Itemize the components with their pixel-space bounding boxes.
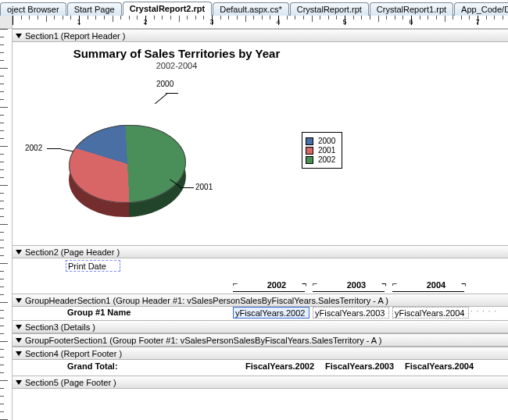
section-body-group-header[interactable]: Group #1 Name yFiscalYears.2002 yFiscalY… <box>13 307 508 320</box>
col-header-2002[interactable]: 2002 <box>261 279 292 291</box>
tab-crystalreport2[interactable]: CrystalReport2.rpt <box>123 2 213 16</box>
collapse-icon[interactable] <box>16 380 22 385</box>
pie-chart[interactable] <box>69 86 202 219</box>
section-label: Section5 (Page Footer ) <box>25 378 116 387</box>
ruler-horizontal[interactable]: 1234567 <box>13 16 508 28</box>
legend-swatch-2000 <box>306 137 313 145</box>
tab-crystalreport1[interactable]: CrystalReport1.rpt <box>370 2 453 16</box>
section-bar-details[interactable]: Section3 (Details ) <box>13 320 508 333</box>
crop-mark: ⌐ <box>233 279 238 288</box>
section-bar-report-footer[interactable]: Section4 (Report Footer ) <box>13 347 508 360</box>
tab-crystalreport[interactable]: CrystalReport.rpt <box>290 2 369 16</box>
tab-object-browser[interactable]: oject Browser <box>0 2 66 16</box>
section-label: Section3 (Details ) <box>25 322 95 332</box>
crop-mark: ¬ <box>381 279 386 288</box>
field-grand-total-label[interactable]: Grand Total: <box>66 361 175 372</box>
collapse-icon[interactable] <box>16 250 22 254</box>
field-fy-2003[interactable]: yFiscalYears.2003 <box>313 307 389 319</box>
field-print-date[interactable]: Print Date <box>66 260 120 272</box>
canvas[interactable]: Section1 (Report Header ) Summary of Sal… <box>13 29 508 420</box>
section-body-report-footer[interactable]: Grand Total: FiscalYears.2002 FiscalYear… <box>13 360 508 376</box>
section-bar-page-footer[interactable]: Section5 (Page Footer ) <box>13 376 508 389</box>
collapse-icon[interactable] <box>16 338 22 343</box>
field-fy-2004[interactable]: yFiscalYears.2004 <box>392 307 469 319</box>
editor-tab-bar: oject Browser Start Page CrystalReport2.… <box>0 0 508 16</box>
crop-mark: ⌐ <box>392 279 397 288</box>
section-body-page-header[interactable]: Print Date ⌐ ¬ ⌐ ¬ ⌐ ¬ 2002 2003 2004 <box>13 258 508 294</box>
tab-default-aspx-cs[interactable]: Default.aspx.cs* <box>213 2 288 16</box>
collapse-icon[interactable] <box>16 325 22 329</box>
section-body-page-footer[interactable]: ¸ je Number ¸ <box>13 389 508 420</box>
crop-mark: ¬ <box>302 279 306 288</box>
crop-mark: ⌐ <box>313 279 317 288</box>
chart-legend: 2000 2001 2002 <box>302 132 342 169</box>
tab-dataset1[interactable]: App_Code/DataSet1.xsd <box>454 2 508 16</box>
section-label: GroupFooterSection1 (Group Footer #1: vS… <box>25 336 381 345</box>
chart-subtitle: 2002-2004 <box>44 61 309 70</box>
col-header-2004[interactable]: 2004 <box>420 279 452 291</box>
legend-swatch-2001 <box>306 147 313 155</box>
ruler-row: 1234567 <box>0 16 508 29</box>
section-bar-group-footer[interactable]: GroupFooterSection1 (Group Footer #1: vS… <box>13 333 508 347</box>
section-label: Section1 (Report Header ) <box>25 31 125 41</box>
field-gt-2003[interactable]: FiscalYears.2003 <box>324 361 400 372</box>
section-label: Section4 (Report Footer ) <box>25 349 122 358</box>
field-fy-2002[interactable]: yFiscalYears.2002 <box>233 307 309 319</box>
design-surface: Section1 (Report Header ) Summary of Sal… <box>0 29 508 420</box>
section-bar-report-header[interactable]: Section1 (Report Header ) <box>13 29 508 42</box>
legend-swatch-2002 <box>306 156 313 164</box>
collapse-icon[interactable] <box>16 351 22 356</box>
collapse-icon[interactable] <box>16 298 22 303</box>
field-gt-2002[interactable]: FiscalYears.2002 <box>244 361 320 372</box>
section-label: GroupHeaderSection1 (Group Header #1: vS… <box>25 296 388 305</box>
section-bar-group-header[interactable]: GroupHeaderSection1 (Group Header #1: vS… <box>13 294 508 307</box>
ruler-vertical[interactable] <box>0 29 13 420</box>
section-body-report-header[interactable]: Summary of Sales Territories by Year 200… <box>13 42 508 245</box>
collapse-icon[interactable] <box>16 34 22 38</box>
field-group1-name[interactable]: Group #1 Name <box>66 307 175 319</box>
crop-mark: ¬ <box>461 279 466 288</box>
ruler-corner <box>0 16 13 28</box>
field-gt-2004[interactable]: FiscalYears.2004 <box>403 361 480 372</box>
col-header-2003[interactable]: 2003 <box>341 279 372 291</box>
section-label: Section2 (Page Header ) <box>25 247 120 257</box>
section-bar-page-header[interactable]: Section2 (Page Header ) <box>13 245 508 258</box>
tab-start-page[interactable]: Start Page <box>67 2 122 16</box>
chart-title: Summary of Sales Territories by Year <box>44 47 309 60</box>
